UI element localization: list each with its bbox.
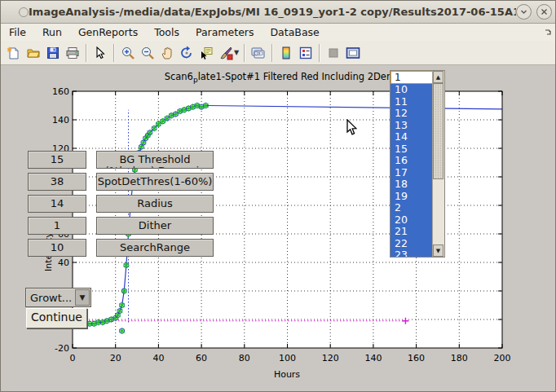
new-file-icon [7, 46, 21, 60]
zoom-in-icon [121, 46, 135, 60]
y-tick-label: 140 [52, 115, 69, 126]
close-window-button[interactable] [536, 4, 552, 20]
x-tick-label: 20 [110, 353, 121, 363]
menu-item-run[interactable]: Run [34, 24, 70, 40]
rotate-icon [179, 46, 194, 60]
mouse-cursor [346, 119, 358, 136]
menu-item-genreports[interactable]: GenReports [70, 24, 146, 40]
growth-model-dropdown[interactable]: Growt... ▼ [25, 288, 91, 307]
save-icon [46, 46, 60, 60]
menu-item-file[interactable]: File [1, 24, 34, 40]
menu-item-database[interactable]: DataBase [262, 24, 327, 40]
insert-legend-button[interactable] [296, 43, 316, 63]
y-tick-label: 40 [58, 258, 69, 268]
zoom-out-icon [140, 46, 155, 60]
shade-window-button[interactable] [516, 4, 532, 20]
pan-hand-icon [160, 46, 174, 60]
scroll-up-icon[interactable]: ▲ [433, 71, 443, 83]
new-file-button[interactable] [4, 43, 24, 63]
menu-item-parameters[interactable]: Parameters [188, 24, 263, 40]
brush-button[interactable] [216, 43, 236, 63]
brush-icon [218, 46, 233, 60]
x-tick-label: 160 [408, 353, 425, 363]
toolbar-separator [244, 44, 245, 62]
x-tick-label: 0 [70, 353, 76, 363]
data-cursor-button[interactable] [196, 43, 216, 63]
menu-item-tools[interactable]: Tools [146, 24, 188, 40]
data-cursor-icon [199, 46, 214, 60]
menu-overflow-icon[interactable] [545, 26, 552, 38]
bg-threshold-button[interactable]: BG Threshold(%below) Dynamic [96, 151, 214, 169]
link-icon [250, 46, 267, 60]
bg-threshold-value-field[interactable]: 15 [28, 151, 86, 169]
insert-colorbar-button[interactable] [276, 43, 296, 63]
link-plots-button[interactable] [249, 43, 268, 63]
dock-figure-button[interactable] [343, 43, 363, 63]
plot-tools-icon [326, 46, 341, 60]
scrollbar-thumb[interactable] [433, 83, 443, 179]
toolbar-separator [113, 44, 115, 62]
y-tick-label: 160 [52, 86, 69, 97]
pointer-icon [93, 46, 108, 60]
legend-icon [298, 46, 313, 60]
chevron-down-icon [520, 8, 527, 15]
plot-tools-button[interactable] [324, 43, 343, 63]
dock-figure-icon [345, 46, 361, 60]
scroll-down-icon[interactable]: ▼ [433, 244, 443, 257]
window-title: ImageAnalysis-/media/data/ExpJobs/MI 16_… [29, 6, 516, 18]
y-tick-label: -20 [55, 343, 69, 354]
x-tick-label: 180 [451, 353, 468, 363]
brush-dropdown-caret[interactable]: ▼ [234, 49, 239, 56]
titlebar: ImageAnalysis-/media/data/ExpJobs/MI 16_… [1, 1, 556, 24]
x-tick-label: 80 [239, 353, 250, 363]
x-tick-label: 200 [494, 353, 511, 363]
radius-button[interactable]: Radius [96, 195, 214, 213]
toolbar-separator [319, 44, 320, 62]
open-file-button[interactable] [24, 43, 43, 63]
radius-value-field[interactable]: 14 [28, 195, 86, 213]
print-button[interactable] [63, 43, 82, 63]
zoom-in-button[interactable] [118, 43, 138, 63]
toolbar-separator [271, 44, 273, 62]
dither-button[interactable]: Dither [96, 217, 214, 235]
x-axis-label: Hours [274, 369, 300, 380]
continue-button[interactable]: Continue [26, 308, 87, 328]
chevron-down-icon: ▼ [75, 289, 90, 306]
toolbar: ▼ [1, 41, 556, 65]
dither-value-field[interactable]: 1 [28, 217, 86, 235]
window-menu-icon[interactable] [19, 7, 29, 17]
x-tick-label: 120 [322, 353, 339, 363]
x-tick-label: 40 [152, 353, 164, 363]
x-tick-label: 100 [279, 353, 296, 363]
searchrange-value-field[interactable]: 10 [28, 239, 86, 257]
print-icon [65, 46, 80, 60]
spotdetthres-value-field[interactable]: 38 [28, 173, 86, 191]
x-tick-label: 140 [364, 353, 382, 363]
open-folder-icon [26, 46, 41, 60]
toolbar-separator [86, 44, 87, 62]
figure-canvas: 020406080100120140160180200-200204060801… [1, 66, 556, 392]
rotate-3d-button[interactable] [177, 43, 196, 63]
spot-number-dropdown: 1 10111213141516171819220212223 ▲ ▼ [390, 70, 445, 258]
spotdetthres-button[interactable]: SpotDetThres(1-60%) [96, 173, 214, 191]
application-window: { "window": { "title": "ImageAnalysis-/m… [0, 0, 556, 392]
save-button[interactable] [43, 43, 63, 63]
menu-bar: File Run GenReports Tools Parameters Dat… [1, 24, 556, 41]
colorbar-icon [279, 46, 293, 60]
pointer-button[interactable] [90, 43, 110, 63]
x-tick-label: 60 [196, 353, 207, 363]
spot-number-edit[interactable]: 1 [391, 71, 433, 84]
searchrange-button[interactable]: SearchRange [96, 239, 214, 257]
zoom-out-button[interactable] [138, 43, 157, 63]
spot-list-scrollbar[interactable]: ▲ ▼ [432, 71, 444, 257]
pan-button[interactable] [157, 43, 177, 63]
close-icon [541, 8, 548, 15]
